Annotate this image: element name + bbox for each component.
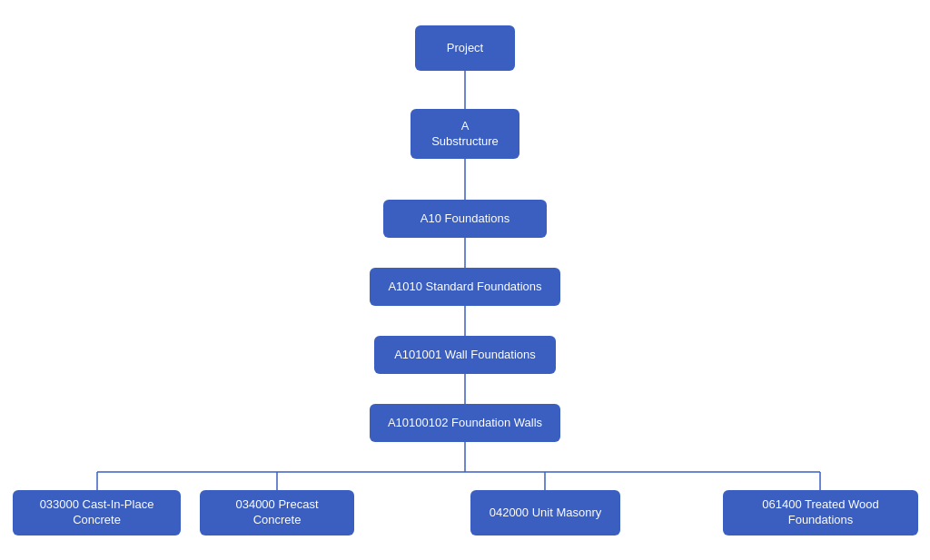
node-unit-masonry: 042000 Unit Masonry: [470, 490, 620, 535]
org-chart: Project ASubstructure A10 Foundations A1…: [0, 0, 930, 560]
node-foundations: A10 Foundations: [383, 200, 547, 238]
node-precast: 034000 Precast Concrete: [200, 490, 354, 535]
node-standard-foundations: A1010 Standard Foundations: [370, 268, 560, 306]
node-substructure: ASubstructure: [411, 109, 519, 159]
node-project: Project: [415, 25, 515, 71]
node-cast-in-place: 033000 Cast-In-Place Concrete: [13, 490, 181, 535]
node-foundation-walls: A10100102 Foundation Walls: [370, 404, 560, 442]
node-treated-wood: 061400 Treated Wood Foundations: [723, 490, 918, 535]
node-wall-foundations: A101001 Wall Foundations: [374, 336, 556, 374]
